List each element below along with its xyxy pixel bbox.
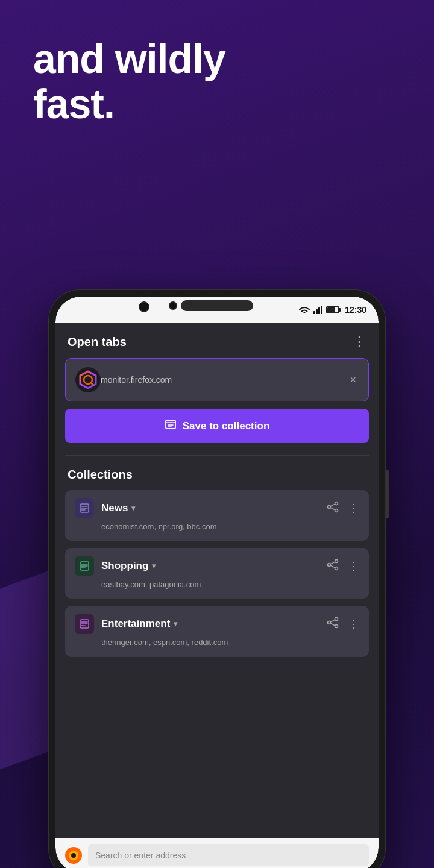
hero-text: and wildly fast. (33, 36, 225, 127)
open-tabs-header: Open tabs ⋮ (55, 323, 379, 358)
svg-point-36 (335, 625, 338, 628)
collections-title: Collections (55, 468, 379, 490)
entertainment-share-icon[interactable] (327, 617, 339, 631)
firefox-logo-icon (65, 847, 82, 864)
svg-rect-3 (321, 306, 322, 314)
svg-point-17 (328, 506, 331, 509)
entertainment-collection-name: Entertainment ▾ (101, 618, 327, 630)
phone-side-button (386, 470, 389, 518)
shopping-collection-urls: eastbay.com, patagonia.com (75, 579, 359, 590)
hero-line1: and wildly (33, 36, 225, 81)
shopping-chevron-icon: ▾ (152, 562, 156, 570)
shopping-collection-name: Shopping ▾ (101, 560, 327, 572)
tab-item[interactable]: monitor.firefox.com × (65, 358, 369, 401)
news-collection-urls: economist.com, npr.org, bbc.com (75, 521, 359, 532)
svg-point-18 (335, 509, 338, 512)
entertainment-collection-actions: ⋮ (327, 617, 359, 631)
svg-point-34 (335, 618, 338, 621)
entertainment-more-icon[interactable]: ⋮ (348, 617, 359, 631)
more-menu-icon[interactable]: ⋮ (353, 334, 366, 350)
collection-item-entertainment[interactable]: Entertainment ▾ (65, 606, 369, 656)
collection-item-news[interactable]: News ▾ (65, 490, 369, 541)
hero-line2: fast. (33, 81, 115, 127)
divider (65, 455, 369, 456)
search-input[interactable]: Search or enter address (88, 844, 369, 866)
shopping-collection-icon (75, 556, 94, 576)
tab-url: monitor.firefox.com (101, 375, 347, 385)
camera-left (139, 301, 149, 312)
entertainment-collection-urls: theringer.com, espn.com, reddit.com (75, 637, 359, 648)
collection-icon-svg (165, 418, 177, 430)
save-collection-label: Save to collection (183, 420, 270, 432)
news-share-icon[interactable] (327, 501, 339, 515)
save-to-collection-button[interactable]: Save to collection (65, 409, 369, 443)
svg-point-27 (335, 567, 338, 570)
collection-row-entertainment: Entertainment ▾ (75, 614, 359, 634)
svg-point-25 (335, 560, 338, 563)
collection-row-news: News ▾ (75, 498, 359, 518)
entertainment-chevron-icon: ▾ (174, 620, 177, 628)
shopping-more-icon[interactable]: ⋮ (348, 559, 359, 573)
news-collection-actions: ⋮ (327, 501, 359, 515)
svg-point-35 (328, 621, 331, 624)
svg-point-16 (335, 502, 338, 505)
svg-rect-8 (166, 420, 175, 429)
entertainment-collection-icon (75, 614, 94, 634)
news-more-icon[interactable]: ⋮ (348, 502, 359, 515)
svg-rect-0 (313, 311, 315, 314)
battery-icon (326, 306, 339, 313)
status-time: 12:30 (345, 305, 366, 315)
save-collection-icon (165, 418, 177, 433)
svg-point-41 (71, 853, 76, 858)
phone-body: 12:30 Open tabs ⋮ (48, 289, 386, 868)
svg-line-37 (330, 620, 335, 623)
news-collection-name: News ▾ (101, 502, 327, 514)
address-bar[interactable]: Search or enter address (55, 838, 379, 868)
news-chevron-icon: ▾ (131, 504, 135, 512)
svg-rect-1 (316, 309, 318, 314)
shopping-share-icon[interactable] (327, 559, 339, 573)
firefox-monitor-favicon (75, 367, 101, 392)
collection-item-shopping[interactable]: Shopping ▾ (65, 548, 369, 599)
svg-rect-2 (318, 307, 320, 314)
open-tabs-title: Open tabs (68, 335, 127, 349)
signal-icon (313, 306, 323, 314)
svg-line-19 (330, 504, 335, 506)
phone-mockup: 12:30 Open tabs ⋮ (48, 289, 386, 868)
collection-row-shopping: Shopping ▾ (75, 556, 359, 576)
wifi-icon (298, 306, 310, 315)
browser-content: Open tabs ⋮ (55, 323, 379, 868)
phone-speaker (181, 300, 253, 311)
shopping-collection-actions: ⋮ (327, 559, 359, 573)
svg-line-20 (330, 508, 335, 510)
phone-screen: 12:30 Open tabs ⋮ (55, 297, 379, 868)
status-icons: 12:30 (298, 305, 366, 315)
news-collection-icon (75, 498, 94, 518)
svg-line-29 (330, 565, 335, 568)
svg-line-38 (330, 624, 335, 626)
camera-right (169, 301, 177, 310)
tab-close-button[interactable]: × (347, 371, 359, 389)
svg-point-26 (328, 564, 331, 567)
svg-line-28 (330, 562, 335, 564)
address-placeholder: Search or enter address (95, 851, 186, 860)
